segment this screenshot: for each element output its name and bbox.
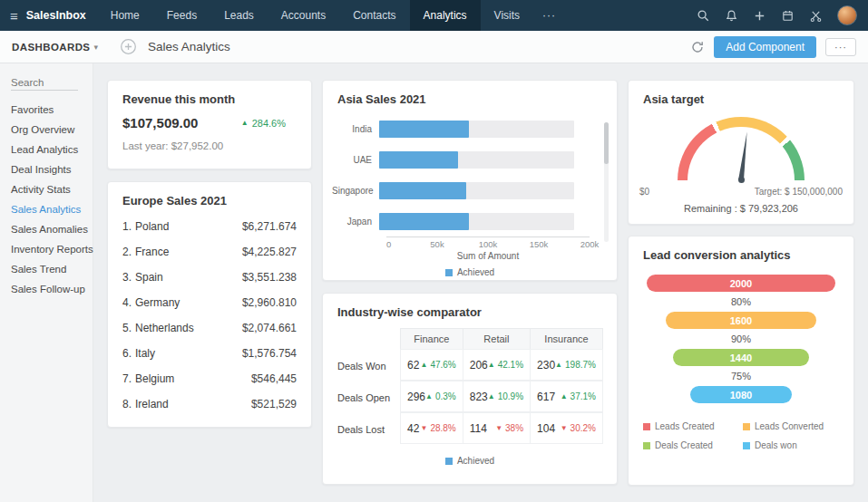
- sidebar-search-input[interactable]: [11, 75, 78, 91]
- legend-swatch: [643, 423, 650, 430]
- revenue-last-year: Last year: $27,952.00: [108, 130, 311, 151]
- row-label: Deals Won: [337, 350, 401, 381]
- list-item: 8.Ireland$521,529: [108, 391, 311, 417]
- lead-conversion-card: Lead conversion analytics 2000 80% 1600 …: [628, 236, 854, 486]
- bar-achieved[interactable]: [379, 213, 469, 230]
- gauge-pivot: [738, 177, 745, 183]
- card-title: Industry-wise comparator: [323, 294, 617, 319]
- column-header: Insurance: [530, 328, 603, 350]
- bar-row: Singapore: [332, 175, 590, 206]
- up-triangle-icon: ▲: [420, 361, 427, 369]
- sidebar-item-sales-anomalies[interactable]: Sales Anomalies: [0, 219, 93, 239]
- row-label: Deals Open: [337, 381, 401, 413]
- change-indicator: ▲42.1%: [488, 360, 523, 370]
- category-label: Singapore: [332, 186, 379, 196]
- explore-icon[interactable]: [120, 38, 137, 55]
- change-indicator: ▼30.2%: [561, 423, 596, 433]
- gauge-min-label: $0: [639, 187, 649, 197]
- scrollbar-thumb[interactable]: [604, 122, 609, 164]
- user-avatar[interactable]: [837, 5, 857, 25]
- change-indicator: ▲0.3%: [425, 391, 456, 401]
- list-item: 5.Netherlands$2,074.661: [108, 315, 311, 341]
- column-header: Retail: [463, 328, 531, 350]
- nav-item-analytics[interactable]: Analytics: [410, 0, 481, 31]
- tools-icon[interactable]: [809, 9, 823, 23]
- x-axis-label: Sum of Amount: [386, 251, 590, 261]
- funnel-stage-deals-created[interactable]: 1440: [673, 349, 809, 366]
- nav-item-feeds[interactable]: Feeds: [153, 0, 210, 31]
- asia-target-card: Asia target $0 Target: $ 150,000,000 Rem…: [628, 80, 854, 225]
- sidebar-item-activity-stats[interactable]: Activity Stats: [0, 179, 93, 199]
- up-triangle-icon: ▲: [488, 392, 495, 401]
- sidebar-item-lead-analytics[interactable]: Lead Analytics: [0, 140, 93, 159]
- list-item: 1.Poland$6,271.674: [108, 214, 311, 239]
- funnel-legend: Leads Created Leads Converted Deals Crea…: [643, 421, 839, 450]
- up-triangle-icon: ▲: [241, 119, 249, 127]
- funnel-chart: 2000 80% 1600 90% 1440 75% 1080: [647, 275, 835, 403]
- legend-swatch: [743, 442, 750, 449]
- sidebar-item-deal-insights[interactable]: Deal Insights: [0, 159, 93, 179]
- sidebar-item-sales-trend[interactable]: Sales Trend: [0, 259, 93, 279]
- dashboards-sidebar: Favorites Org Overview Lead Analytics De…: [0, 63, 93, 502]
- sidebar-item-org-overview[interactable]: Org Overview: [0, 120, 93, 140]
- card-title: Asia target: [629, 81, 853, 106]
- sidebar-item-inventory-reports[interactable]: Inventory Reports: [0, 239, 93, 259]
- nav-item-accounts[interactable]: Accounts: [268, 0, 339, 31]
- sidebar-item-sales-analytics[interactable]: Sales Analytics: [0, 199, 93, 219]
- change-indicator: ▲10.9%: [488, 391, 523, 401]
- bar-achieved[interactable]: [379, 182, 466, 199]
- search-icon[interactable]: [697, 9, 710, 23]
- nav-item-leads[interactable]: Leads: [210, 0, 268, 31]
- bar-achieved[interactable]: [379, 121, 469, 138]
- nav-item-visits[interactable]: Visits: [481, 0, 533, 31]
- change-indicator: ▼38%: [495, 423, 523, 433]
- chart-legend: Achieved: [323, 267, 617, 277]
- chart-legend: Achieved: [323, 456, 617, 466]
- chevron-down-icon[interactable]: ▾: [93, 43, 98, 52]
- column-header: Finance: [400, 328, 463, 350]
- funnel-stage-deals-won[interactable]: 1080: [690, 386, 792, 403]
- page-title: Sales Analytics: [148, 40, 230, 53]
- nav-item-home[interactable]: Home: [97, 0, 153, 31]
- metric-cell: 42▼28.8%: [400, 412, 463, 444]
- toolbar-more-button[interactable]: ···: [825, 38, 856, 56]
- dashboard-toolbar: DASHBOARDS ▾ Sales Analytics Add Compone…: [0, 31, 868, 63]
- add-component-button[interactable]: Add Component: [714, 36, 816, 58]
- refresh-icon[interactable]: [690, 40, 705, 54]
- asia-sales-chart-card: Asia Sales 2021 India UAE Singapore Japa…: [322, 80, 618, 281]
- bar-achieved[interactable]: [379, 151, 458, 169]
- down-triangle-icon: ▼: [420, 424, 427, 432]
- sidebar-item-favorites[interactable]: Favorites: [0, 100, 93, 120]
- hamburger-menu-icon[interactable]: ≡: [0, 8, 26, 24]
- europe-sales-card: Europe Sales 2021 1.Poland$6,271.674 2.F…: [107, 181, 312, 428]
- metric-cell: 296▲0.3%: [400, 381, 463, 412]
- nav-more-button[interactable]: ···: [533, 0, 565, 31]
- metric-cell: 114▼38%: [463, 412, 531, 444]
- legend-swatch: [743, 423, 750, 430]
- card-title: Europe Sales 2021: [108, 182, 311, 208]
- revenue-kpi-card: Revenue this month $107,509.00 ▲284.6% L…: [107, 80, 312, 169]
- notifications-icon[interactable]: [725, 9, 738, 23]
- funnel-stage-leads-created[interactable]: 2000: [647, 275, 835, 292]
- bar-row: Japan: [332, 206, 590, 237]
- metric-cell: 104▼30.2%: [530, 412, 603, 444]
- funnel-stage-leads-converted[interactable]: 1600: [666, 312, 816, 329]
- dashboards-dropdown[interactable]: DASHBOARDS: [0, 42, 90, 53]
- calendar-icon[interactable]: [781, 9, 795, 23]
- change-indicator: ▲47.6%: [420, 360, 455, 370]
- chart-scrollbar[interactable]: [604, 122, 609, 242]
- legend-item: Leads Created: [643, 421, 739, 431]
- gauge-remaining-label: Remaining : $ 79,923,206: [629, 203, 853, 214]
- sidebar-item-sales-follow-up[interactable]: Sales Follow-up: [0, 279, 93, 299]
- nav-item-contacts[interactable]: Contacts: [339, 0, 409, 31]
- brand-logo[interactable]: SalesInbox: [26, 9, 86, 22]
- legend-swatch: [445, 269, 453, 276]
- metric-cell: 617▲37.1%: [530, 381, 603, 412]
- x-axis: 0 50k 100k 150k 200k: [386, 237, 590, 250]
- nav-icon-group: [697, 5, 868, 25]
- up-triangle-icon: ▲: [488, 361, 495, 369]
- change-indicator: ▲198.7%: [555, 360, 596, 370]
- conversion-rate: 80%: [731, 292, 751, 312]
- conversion-rate: 75%: [731, 366, 751, 386]
- add-icon[interactable]: [753, 9, 766, 23]
